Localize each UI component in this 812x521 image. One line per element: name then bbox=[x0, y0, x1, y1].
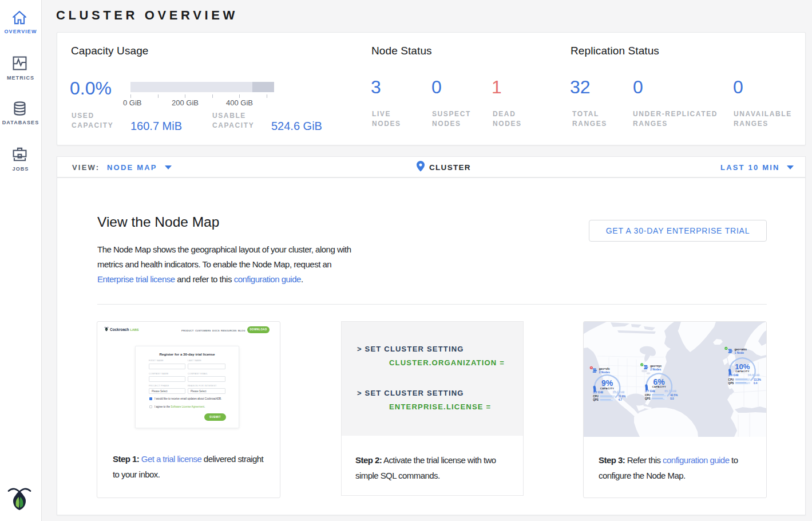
svg-text:3.2 GiB: 3.2 GiB bbox=[593, 390, 603, 394]
svg-text:QPS: QPS bbox=[593, 398, 599, 401]
svg-text:65.7 GiB: 65.7 GiB bbox=[664, 389, 676, 393]
svg-text:CAPACITY: CAPACITY bbox=[600, 387, 615, 390]
svg-text:0.0: 0.0 bbox=[670, 397, 674, 400]
svg-text:2 Nodes: 2 Nodes bbox=[650, 368, 661, 371]
svg-text:13.3%: 13.3% bbox=[754, 378, 761, 381]
svg-text:CPU: CPU bbox=[645, 394, 651, 397]
svg-text:geo=ams: geo=ams bbox=[735, 348, 747, 351]
svg-text:CAPACITY: CAPACITY bbox=[735, 370, 750, 373]
svg-text:geo=nyc: geo=nyc bbox=[650, 365, 662, 368]
svg-text:35.1 GiB: 35.1 GiB bbox=[612, 390, 624, 394]
svg-text:11.0%: 11.0% bbox=[619, 395, 626, 398]
svg-text:QPS: QPS bbox=[645, 397, 651, 400]
svg-text:CAPACITY: CAPACITY bbox=[652, 385, 666, 388]
svg-text:1 Node: 1 Node bbox=[735, 352, 744, 354]
svg-text:CPU: CPU bbox=[728, 378, 734, 381]
svg-text:42.5%: 42.5% bbox=[670, 394, 678, 397]
svg-text:34.4 GiB: 34.4 GiB bbox=[748, 373, 760, 377]
svg-text:QPS: QPS bbox=[728, 382, 734, 385]
svg-text:4.7: 4.7 bbox=[619, 398, 623, 401]
svg-text:0.4: 0.4 bbox=[754, 382, 758, 385]
svg-text:3.6 GiB: 3.6 GiB bbox=[728, 373, 739, 377]
svg-text:CPU: CPU bbox=[593, 395, 599, 398]
svg-text:3.7 GiB: 3.7 GiB bbox=[645, 389, 655, 393]
svg-text:geo=sfo: geo=sfo bbox=[599, 368, 610, 370]
svg-text:2 Nodes: 2 Nodes bbox=[599, 371, 610, 374]
